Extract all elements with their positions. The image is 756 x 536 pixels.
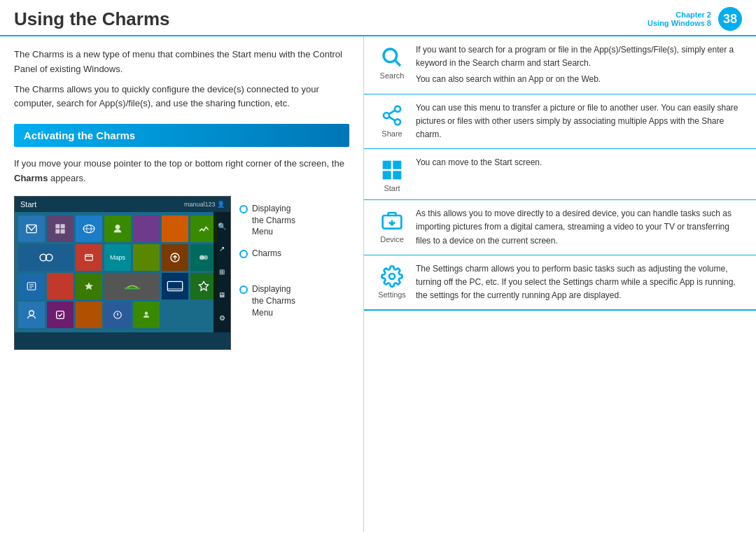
device-desc-1: As this allows you to move directly to a… [416,207,746,248]
callout-1: Displaying the Charms Menu [239,203,295,238]
charm-row-start: Start You can move to the Start screen. [364,149,756,200]
svg-line-34 [388,117,395,120]
share-label: Share [382,129,402,138]
start-desc-1: You can move to the Start screen. [416,156,746,169]
svg-point-8 [115,225,120,230]
share-desc: You can use this menu to transfer a pict… [410,101,746,142]
device-icon-col: Device [374,207,410,248]
tile-24 [133,302,160,328]
device-desc: As this allows you to move directly to a… [410,207,746,248]
svg-rect-19 [125,288,140,289]
right-column: Search If you want to search for a progr… [364,36,756,532]
svg-point-29 [384,49,397,62]
share-charm-icon [381,104,403,127]
callout-1-text: Displaying the Charms Menu [252,203,295,238]
callout-2-text: Charms [252,248,281,260]
svg-point-33 [395,119,400,125]
callout-2: Charms [239,248,295,260]
tile-16 [76,273,102,299]
tiles-grid: Maps [15,212,230,332]
intro-paragraph-2: The Charms allows you to quickly configu… [14,83,349,112]
callout-labels: Displaying the Charms Menu Charms Displa… [239,196,295,336]
charm-row-settings: Settings The Settings charm allows you t… [364,255,756,311]
tile-22 [76,302,102,328]
svg-rect-36 [383,161,391,169]
chapter-label: Chapter 2 [676,10,711,19]
win8-bottom-bar [15,332,230,349]
charm-row-share: Share You can use this menu to transfer … [364,94,756,150]
svg-rect-1 [55,224,59,228]
callout-3-dot [239,285,248,294]
tile-14 [18,273,45,299]
search-label: Search [380,71,405,80]
win8-screenshot: Start manual123 👤 [14,196,231,350]
start-desc: You can move to the Start screen. [410,156,746,192]
charm-search: 🔍 [216,220,227,232]
chapter-subtitle: Using Windows 8 [648,19,711,27]
tile-8 [18,244,74,271]
svg-rect-11 [85,255,93,260]
svg-rect-24 [57,311,64,318]
svg-rect-4 [61,229,65,233]
charms-bar: 🔍 ↗ ⊞ 🖥 ⚙ [214,212,230,332]
device-label: Device [380,235,404,244]
tile-11 [133,244,160,271]
main-content: The Charms is a new type of menu that co… [0,36,756,532]
svg-rect-39 [393,171,401,179]
tile-20 [18,302,45,328]
svg-point-23 [29,311,34,316]
svg-point-31 [395,106,400,111]
callout-3: Displaying the Charms Menu [239,283,295,318]
svg-rect-37 [393,161,401,169]
search-desc-1: If you want to search for a program or f… [416,43,746,70]
svg-point-14 [203,255,208,260]
chapter-number: 38 [718,7,742,31]
search-desc-2: You can also search within an App or on … [416,73,746,86]
tile-15 [47,273,74,299]
search-desc: If you want to search for a program or f… [410,43,746,87]
tile-17 [104,273,160,299]
charm-start: ⊞ [216,267,227,278]
svg-line-30 [396,61,400,66]
svg-point-42 [389,274,395,279]
svg-point-32 [384,113,389,118]
settings-desc-1: The Settings charm allows you to perform… [416,262,746,303]
chapter-badge: Chapter 2 Using Windows 8 38 [648,7,742,31]
win8-user: manual123 👤 [184,201,225,208]
tile-10: Maps [104,244,131,271]
section-header-activating: Activating the Charms [14,124,349,147]
svg-point-28 [145,311,148,315]
search-charm-icon [381,46,403,69]
svg-rect-2 [61,224,65,228]
search-icon-col: Search [374,43,410,87]
activating-paragraph: If you move your mouse pointer to the to… [14,157,349,186]
win8-start-label: Start [20,200,36,209]
svg-point-27 [117,314,118,316]
tile-5 [133,216,160,242]
charm-settings: ⚙ [216,312,227,323]
page-header: Using the Charms Chapter 2 Using Windows… [0,0,756,36]
tile-9 [76,244,102,271]
tile-4 [104,216,131,242]
screenshot-area: Start manual123 👤 [14,196,349,350]
settings-label: Settings [378,290,406,299]
share-icon-col: Share [374,101,410,142]
tile-2 [47,216,74,242]
charm-row-device: Device As this allows you to move direct… [364,200,756,255]
left-column: The Charms is a new type of menu that co… [0,36,364,532]
tile-18 [162,273,188,299]
svg-rect-38 [383,171,391,179]
svg-rect-20 [167,281,182,290]
settings-desc: The Settings charm allows you to perform… [410,262,746,303]
callout-2-dot [239,250,248,258]
callout-3-text: Displaying the Charms Menu [252,283,295,318]
tile-21 [47,302,74,328]
intro-paragraph-1: The Charms is a new type of menu that co… [14,48,349,77]
charm-share: ↗ [216,244,227,255]
settings-charm-icon [381,265,403,288]
tile-1 [18,216,45,242]
tile-6 [162,216,188,242]
start-label: Start [384,184,400,192]
start-charm-icon [381,159,403,181]
chapter-info: Chapter 2 Using Windows 8 [648,10,711,27]
